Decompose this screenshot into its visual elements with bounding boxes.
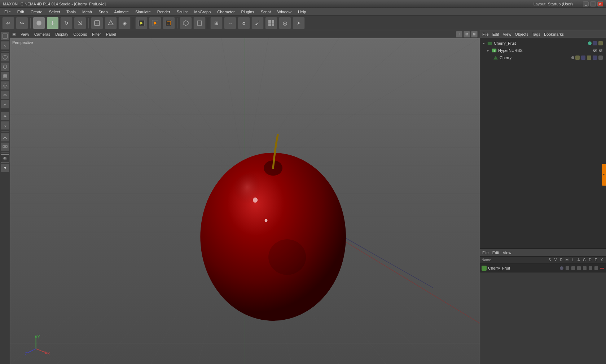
hypernurbs-icon: H xyxy=(492,48,497,53)
vp-menu-cameras[interactable]: Cameras xyxy=(32,31,53,37)
vp-menu-display[interactable]: Display xyxy=(53,31,70,37)
menu-mograph[interactable]: MoGraph xyxy=(191,9,214,15)
lt-spline-btn[interactable]: ∿ xyxy=(1,121,9,130)
lt-pen-btn[interactable]: ✏ xyxy=(1,112,9,120)
cherry-tag-3 xyxy=(587,55,592,60)
menu-render[interactable]: Render xyxy=(154,9,173,15)
cherry-tag-5 xyxy=(598,55,603,60)
svg-rect-27 xyxy=(3,146,5,147)
om-edit[interactable]: Edit xyxy=(492,32,499,36)
brush-button[interactable]: 🖊 xyxy=(251,17,264,29)
new-object-button[interactable] xyxy=(33,17,45,29)
menu-window[interactable]: Window xyxy=(275,9,294,15)
close-button[interactable]: ✕ xyxy=(597,1,603,6)
deform-button[interactable]: ⌀ xyxy=(238,17,250,29)
rotate-button[interactable]: ↻ xyxy=(60,17,73,29)
lt-sep-3 xyxy=(1,131,9,132)
menu-mesh[interactable]: Mesh xyxy=(79,9,95,15)
obj-row-hypernurbs[interactable]: ▸ H HyperNURBS xyxy=(482,47,605,54)
cherry-fruit-vis-dot[interactable] xyxy=(588,41,592,45)
om-objects[interactable]: Objects xyxy=(515,32,528,36)
menu-edit[interactable]: Edit xyxy=(14,9,27,15)
grid-button[interactable] xyxy=(265,17,277,29)
lt-cylinder-btn[interactable] xyxy=(1,72,9,80)
app-logo: MAXON xyxy=(3,2,18,6)
svg-marker-18 xyxy=(3,55,7,59)
vp-icon-fit[interactable]: ⊡ xyxy=(464,31,470,37)
vp-menu-view[interactable]: View xyxy=(18,31,31,37)
lt-plane-btn[interactable]: ▭ xyxy=(1,90,9,99)
menu-help[interactable]: Help xyxy=(295,9,309,15)
svg-rect-99 xyxy=(566,266,569,270)
3d-viewport[interactable]: Y X Z Perspective xyxy=(10,38,480,364)
menu-plugins[interactable]: Plugins xyxy=(238,9,257,15)
lt-mode-btn[interactable] xyxy=(1,32,9,40)
redo-button[interactable]: ↪ xyxy=(16,17,28,29)
menu-sculpt[interactable]: Sculpt xyxy=(174,9,191,15)
lt-material-btn[interactable] xyxy=(1,154,9,163)
camera-button[interactable]: ◎ xyxy=(279,17,291,29)
menu-animate[interactable]: Animate xyxy=(111,9,132,15)
poly-mode-button[interactable] xyxy=(105,17,117,29)
om-file[interactable]: File xyxy=(482,32,489,36)
sym-button[interactable]: ↔ xyxy=(224,17,236,29)
om-bookmarks[interactable]: Bookmarks xyxy=(544,32,564,36)
right-edge-tab[interactable]: ▼ xyxy=(602,164,606,186)
perspective-view-button[interactable] xyxy=(180,17,192,29)
mm-edit[interactable]: Edit xyxy=(492,250,499,255)
lt-sep-1 xyxy=(1,51,9,52)
vp-icon-maximize[interactable]: ⊞ xyxy=(471,31,478,37)
col-s: S xyxy=(547,258,553,262)
cherry-tag-tex xyxy=(575,55,580,60)
lt-torus-btn[interactable] xyxy=(1,81,9,90)
menu-create[interactable]: Create xyxy=(28,9,45,15)
menu-script[interactable]: Script xyxy=(258,9,274,15)
svg-rect-103 xyxy=(589,266,592,270)
right-panel: File Edit View Objects Tags Bookmarks ▸ … xyxy=(480,30,606,364)
minimize-button[interactable]: _ xyxy=(583,1,589,6)
lt-select-btn[interactable]: ↖ xyxy=(1,41,9,50)
svg-marker-11 xyxy=(183,21,188,26)
om-view[interactable]: View xyxy=(503,32,511,36)
om-tags[interactable]: Tags xyxy=(532,32,540,36)
parallel-view-button[interactable] xyxy=(193,17,206,29)
lt-cube-btn[interactable] xyxy=(1,53,9,62)
scale-button[interactable]: ⇲ xyxy=(74,17,86,29)
obj-row-cherry-fruit[interactable]: ▸ Cherry_Fruit xyxy=(482,40,605,47)
menu-tools[interactable]: Tools xyxy=(63,9,79,15)
lt-cone-btn[interactable]: △ xyxy=(1,100,9,108)
menu-snap[interactable]: Snap xyxy=(96,9,111,15)
vp-menu-options[interactable]: Options xyxy=(71,31,89,37)
vp-menu-filter[interactable]: Filter xyxy=(90,31,103,37)
render-full-button[interactable] xyxy=(149,17,161,29)
light-button[interactable]: ☀ xyxy=(293,17,305,29)
svg-point-24 xyxy=(3,76,7,78)
object-mode-button[interactable] xyxy=(91,17,103,29)
object-manager-header: File Edit View Objects Tags Bookmarks xyxy=(480,30,606,38)
menu-file[interactable]: File xyxy=(1,9,14,15)
edge-mode-button[interactable]: ◈ xyxy=(118,17,131,29)
menu-character[interactable]: Character xyxy=(214,9,237,15)
mm-view[interactable]: View xyxy=(503,250,511,255)
move-button[interactable]: ✛ xyxy=(47,17,59,29)
mat-row-cherry-fruit[interactable]: Cherry_Fruit xyxy=(480,264,606,272)
undo-button[interactable]: ↩ xyxy=(2,17,14,29)
render-region-button[interactable] xyxy=(163,17,175,29)
vp-menu-panel[interactable]: Panel xyxy=(104,31,118,37)
cherry-vis-dot[interactable] xyxy=(571,56,574,59)
obj-row-cherry[interactable]: Cherry xyxy=(482,54,605,61)
lt-deform-btn[interactable] xyxy=(1,133,9,142)
vp-icon-arrow-up[interactable]: ↑ xyxy=(456,31,462,37)
render-preview-button[interactable] xyxy=(135,17,148,29)
snap-button[interactable]: ⊞ xyxy=(210,17,223,29)
maximize-button[interactable]: □ xyxy=(590,1,596,6)
menu-select[interactable]: Select xyxy=(46,9,63,15)
perspective-label: Perspective xyxy=(12,40,33,45)
menu-simulate[interactable]: Simulate xyxy=(132,9,154,15)
mat-icon-7 xyxy=(594,266,599,271)
mat-icon-3 xyxy=(571,266,576,271)
lt-tag-btn[interactable]: ⚑ xyxy=(1,164,9,172)
lt-sphere-btn[interactable] xyxy=(1,62,9,71)
mm-file[interactable]: File xyxy=(482,250,489,255)
lt-generator-btn[interactable] xyxy=(1,142,9,151)
